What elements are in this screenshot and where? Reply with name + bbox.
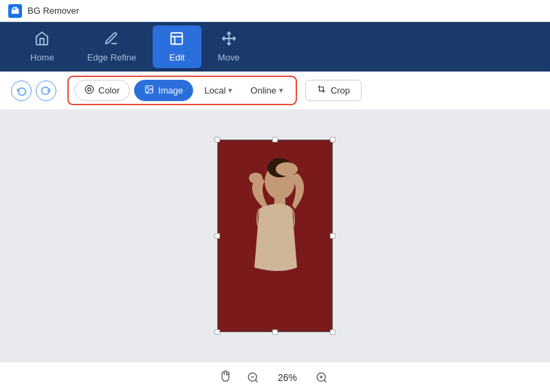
app-title: BG Remover (28, 6, 79, 16)
svg-point-1 (85, 85, 94, 94)
undo-button[interactable] (11, 80, 32, 101)
toolbar: Color Image Local ▾ Online ▾ (0, 72, 550, 110)
image-button[interactable]: Image (134, 80, 193, 101)
handle-top-right[interactable] (330, 137, 336, 142)
handle-bottom-left[interactable] (214, 329, 220, 335)
undo-redo-group (11, 80, 56, 101)
move-icon (221, 31, 236, 48)
svg-line-11 (255, 380, 257, 382)
nav-label-edit: Edit (169, 52, 184, 63)
online-label: Online (250, 85, 276, 96)
zoom-out-button[interactable] (243, 368, 263, 387)
edit-icon (169, 31, 184, 48)
redo-button[interactable] (36, 80, 56, 101)
handle-top-left[interactable] (214, 137, 220, 142)
nav-label-edge-refine: Edge Refine (87, 52, 137, 63)
local-label: Local (204, 85, 226, 96)
background-type-group: Color Image Local ▾ Online ▾ (67, 76, 297, 105)
canvas-area (0, 110, 550, 362)
online-chevron-icon: ▾ (279, 86, 283, 95)
edge-refine-icon (104, 31, 119, 48)
image-label: Image (158, 85, 183, 96)
handle-middle-right[interactable] (330, 233, 336, 239)
color-button[interactable]: Color (74, 80, 130, 101)
title-bar: 🏔 BG Remover (0, 0, 550, 22)
nav-label-home: Home (30, 52, 54, 63)
status-bar: 26% (0, 362, 550, 392)
nav-bar: Home Edge Refine Edit Move (0, 22, 550, 72)
person-svg (218, 140, 333, 333)
local-dropdown[interactable]: Local ▾ (197, 81, 239, 100)
local-chevron-icon: ▾ (228, 86, 232, 95)
nav-item-move[interactable]: Move (201, 25, 256, 68)
zoom-level: 26% (274, 372, 301, 383)
crop-button[interactable]: Crop (305, 80, 362, 101)
svg-line-14 (324, 380, 326, 382)
nav-label-move: Move (218, 52, 240, 63)
color-icon (85, 85, 94, 96)
color-label: Color (98, 85, 120, 96)
crop-icon (317, 85, 327, 96)
image-frame (217, 140, 333, 332)
zoom-in-button[interactable] (312, 368, 331, 387)
svg-rect-0 (171, 33, 183, 45)
nav-item-edit[interactable]: Edit (153, 25, 201, 68)
crop-label: Crop (331, 85, 350, 96)
nav-item-edge-refine[interactable]: Edge Refine (71, 25, 153, 68)
home-icon (34, 31, 50, 48)
svg-point-7 (249, 173, 263, 184)
handle-middle-left[interactable] (214, 233, 220, 239)
hand-tool-button[interactable] (219, 369, 232, 386)
svg-point-2 (88, 88, 91, 91)
app-icon: 🏔 (8, 4, 22, 18)
handle-bottom-right[interactable] (330, 329, 336, 335)
nav-item-home[interactable]: Home (14, 25, 71, 68)
handle-top-center[interactable] (272, 137, 278, 142)
image-container[interactable] (217, 140, 333, 332)
svg-point-4 (147, 87, 148, 89)
online-dropdown[interactable]: Online ▾ (243, 81, 290, 100)
image-icon (144, 85, 154, 96)
svg-point-8 (276, 162, 298, 176)
handle-bottom-center[interactable] (272, 329, 278, 335)
